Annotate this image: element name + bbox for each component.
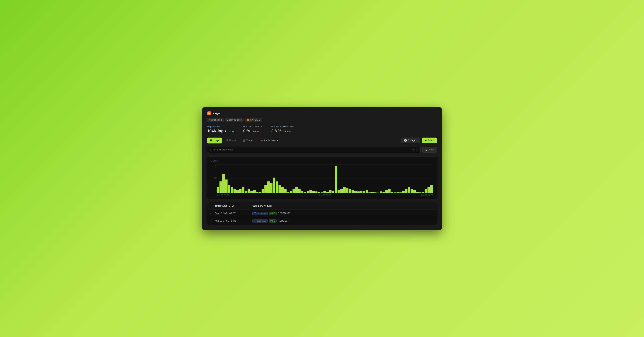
svg-rect-68 <box>399 192 402 193</box>
tab-performance[interactable]: 〜 Performance <box>257 138 281 144</box>
logs-icon: ⊞ <box>210 139 212 142</box>
svg-rect-9 <box>234 189 236 193</box>
svg-rect-71 <box>408 187 410 193</box>
svg-rect-29 <box>290 191 292 193</box>
svg-rect-12 <box>242 187 244 193</box>
svg-rect-14 <box>248 189 250 193</box>
metric-cpu: Max CPU Utilisation 9 % ↑ 69 % <box>243 126 262 133</box>
tag-prod-1: prod-vega <box>252 212 268 215</box>
svg-rect-5 <box>222 174 225 193</box>
svg-rect-58 <box>371 192 374 193</box>
metric-logs-volume: Logs Volume 104K logs ↑ 41 % <box>207 126 234 133</box>
tabs-row: ⊞ Logs ⚙ Errors ▤ Traces 〜 Performance 🕐… <box>207 138 437 144</box>
table-row[interactable]: › Aug 10, 14:51:42.441 prod-vega INFO RE… <box>207 217 437 225</box>
svg-rect-21 <box>267 182 270 193</box>
svg-rect-31 <box>295 187 298 193</box>
search-input[interactable] <box>213 148 410 151</box>
svg-rect-78 <box>428 187 430 193</box>
clock-icon: 🕐 <box>404 139 407 142</box>
x-axis: Aug 08, 00:00 Aug 09, 00:00 Aug 10, 00:0… <box>217 193 433 196</box>
edit-icon: ✎ <box>264 204 266 207</box>
svg-rect-49 <box>346 188 348 193</box>
filter-button[interactable]: ⊟ Filter <box>422 147 437 153</box>
cluster-badge: Cluster: vega <box>207 118 224 122</box>
desired-tasks-badge: 2 desired tasks <box>225 118 244 122</box>
metric-memory: Max Memory Utilisation 2.8 % ↑ 4.8 % <box>271 126 294 133</box>
tab-errors[interactable]: ⚙ Errors <box>223 138 239 144</box>
svg-rect-54 <box>360 191 362 193</box>
svg-rect-24 <box>276 182 278 193</box>
svg-rect-56 <box>366 190 368 193</box>
search-box-container: ⌕ Aa ⤢ <box>207 147 420 153</box>
svg-rect-10 <box>236 190 239 193</box>
db-icon-1 <box>254 212 256 214</box>
svg-rect-11 <box>239 189 242 193</box>
svg-rect-43 <box>329 190 332 193</box>
start-button[interactable]: Start <box>422 138 437 143</box>
svg-rect-62 <box>382 192 385 193</box>
metric-logs-value: 104K logs <box>207 128 226 133</box>
chart-title: COUNT <box>211 160 433 162</box>
svg-rect-76 <box>422 192 424 193</box>
row-expand-icon[interactable]: › <box>210 212 215 214</box>
filter-icon: ⊟ <box>426 148 428 151</box>
svg-rect-34 <box>304 192 306 193</box>
tab-group: ⊞ Logs ⚙ Errors ▤ Traces 〜 Performance <box>207 138 281 144</box>
svg-rect-61 <box>380 192 382 193</box>
performance-icon: 〜 <box>260 139 263 142</box>
svg-rect-66 <box>394 192 396 193</box>
expand-icon[interactable]: ⤢ <box>416 148 418 151</box>
y-label-12k: 12K <box>213 164 217 166</box>
svg-rect-46 <box>338 190 340 193</box>
svg-rect-41 <box>324 191 326 193</box>
svg-rect-28 <box>287 192 290 193</box>
svg-rect-3 <box>217 187 219 193</box>
row-expand-icon[interactable]: › <box>210 220 215 222</box>
svg-rect-48 <box>343 187 346 193</box>
svg-rect-17 <box>256 192 258 193</box>
tabs-controls: 🕐 3 days ▾ Start <box>401 138 437 143</box>
app-logo <box>207 112 211 115</box>
tag-level-1: INFO <box>269 212 276 215</box>
search-icon: ⌕ <box>210 148 211 151</box>
svg-rect-40 <box>320 192 323 193</box>
tag-prod-2: prod-vega <box>252 219 268 222</box>
metric-logs-label: Logs Volume <box>207 126 234 128</box>
svg-rect-30 <box>292 189 295 193</box>
db-icon-2 <box>254 220 256 222</box>
svg-rect-47 <box>340 189 343 193</box>
fargate-icon: f <box>247 118 249 121</box>
row-timestamp-2: Aug 10, 14:51:42.441 <box>215 220 252 222</box>
search-row: ⌕ Aa ⤢ ⊟ Filter <box>207 147 437 153</box>
svg-rect-15 <box>250 191 253 193</box>
svg-rect-6 <box>225 180 228 193</box>
svg-rect-38 <box>315 192 318 193</box>
svg-rect-51 <box>352 190 354 193</box>
row-summary-2: prod-vega INFO REQUEST <box>252 219 434 222</box>
metric-cpu-change: ↑ 69 % <box>252 130 259 133</box>
svg-rect-60 <box>377 192 380 193</box>
x-label-aug09: Aug 09, 00:00 <box>319 194 331 196</box>
svg-rect-73 <box>414 190 416 193</box>
x-label-aug10: Aug 10, 00:00 <box>421 194 433 196</box>
svg-rect-25 <box>278 185 281 193</box>
svg-rect-55 <box>363 191 365 193</box>
svg-rect-45 <box>335 166 337 193</box>
svg-rect-26 <box>281 187 284 193</box>
col-summary: Summary ✎ Edit <box>252 204 434 207</box>
tab-logs[interactable]: ⊞ Logs <box>207 138 222 144</box>
svg-rect-70 <box>405 189 408 193</box>
metric-memory-value: 2.8 % <box>271 128 281 133</box>
tag-level-2: INFO <box>269 219 276 222</box>
svg-rect-39 <box>318 192 320 193</box>
table-row[interactable]: › Aug 10, 14:51:43.288 prod-vega INFO RE… <box>207 210 437 217</box>
case-sensitive-toggle[interactable]: Aa <box>412 148 414 151</box>
time-selector[interactable]: 🕐 3 days ▾ <box>401 138 420 143</box>
svg-rect-37 <box>312 191 315 193</box>
tab-traces[interactable]: ▤ Traces <box>240 138 256 144</box>
row-timestamp-1: Aug 10, 14:51:43.288 <box>215 212 252 214</box>
svg-rect-77 <box>425 189 427 193</box>
edit-label: Edit <box>267 204 272 207</box>
row-summary-1: prod-vega INFO RESPONSE <box>252 212 434 215</box>
metric-memory-change: ↑ 4.8 % <box>283 130 290 133</box>
